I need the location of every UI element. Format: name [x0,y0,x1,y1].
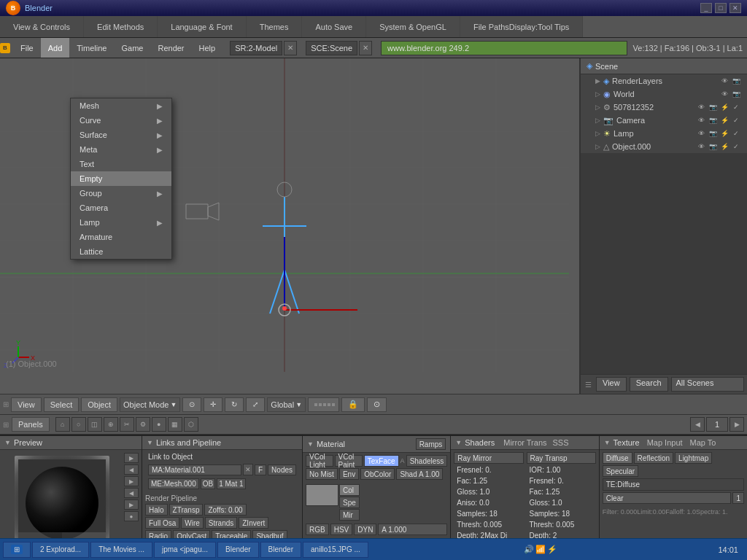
panels-button[interactable]: Panels [12,417,50,432]
dd-item-text[interactable]: Text [71,157,171,171]
taskbar-blender1[interactable]: Blender [217,542,258,558]
viewport-mode-select[interactable]: Object Mode ▼ [120,397,180,412]
vcol-paint-btn[interactable]: VCol Paint [335,455,363,467]
material-x-btn[interactable]: ✕ [243,464,253,475]
next-frame-button[interactable]: ▶ [729,417,744,432]
tex-val-btn[interactable]: 1 [732,492,744,504]
rotate-button[interactable]: ↻ [225,397,244,412]
shada-btn[interactable]: Shad A 1.00 [396,468,443,480]
lamp-render-icon[interactable]: 📷 [708,128,718,139]
panel-icon-9[interactable]: ⬡ [184,417,198,432]
cam-select-icon[interactable]: ✓ [731,115,741,125]
scene-selector[interactable]: SCE:Scene [306,41,357,55]
outliner-view-button[interactable]: View [596,377,627,392]
menu-render[interactable]: Render [150,38,191,58]
dd-item-camera[interactable]: Camera [71,201,171,215]
panel-icon-8[interactable]: ▦ [168,417,182,432]
tab-file-paths[interactable]: File PathsDisplay:Tool Tips [460,16,583,37]
material-name-btn[interactable]: MA:Material.001 [148,464,241,475]
obj-vis-icon[interactable]: 👁 [696,102,706,112]
snap-button[interactable]: ⊙ [182,397,201,412]
preview-btn-2[interactable]: ◀ [124,464,139,475]
dd-item-empty[interactable]: Empty [71,171,171,186]
preview-btn-1[interactable]: ▶ [124,453,139,463]
world-vis-icon[interactable]: 👁 [719,89,729,99]
tab-system-opengl[interactable]: System & OpenGL [366,16,460,37]
spe-btn[interactable]: Spe [339,497,360,508]
texface-btn[interactable]: TexFace [364,455,399,467]
tab-language-font[interactable]: Language & Font [158,16,246,37]
maximize-button[interactable]: □ [715,3,727,13]
ray-transp-btn[interactable]: Ray Transp [527,452,596,464]
outliner-item-object000[interactable]: ▷ △ Object.000 👁 📷 ⚡ ✓ [581,140,747,153]
dd-item-curve[interactable]: Curve ▶ [71,113,171,128]
mesh-name-btn[interactable]: ME:Mesh.000 [148,478,199,489]
dd-item-mesh[interactable]: Mesh ▶ [71,98,171,113]
preview-btn-4[interactable]: ◀ [124,488,139,498]
obcolor-btn[interactable]: ObColor [360,468,395,480]
dd-item-armature[interactable]: Armature [71,230,171,244]
mat-count-btn[interactable]: 1 Mat 1 [217,478,245,489]
proportional-button[interactable]: ⊙ [367,397,387,412]
taskbar-blender2[interactable]: Blender [260,542,301,558]
obj000-select-icon[interactable]: ✓ [731,141,741,152]
zinvert-btn[interactable]: ZInvert [239,517,268,529]
panel-icon-7[interactable]: ● [152,417,166,432]
mode-selector[interactable]: SR:2-Model [230,41,282,55]
rgb-btn[interactable]: RGB [306,524,329,535]
menu-file[interactable]: File [13,38,41,58]
menu-game[interactable]: Game [114,38,150,58]
preview-btn-5[interactable]: ▶ [124,499,139,510]
specular-type-btn[interactable]: Specular [603,465,638,477]
env-btn[interactable]: Env [339,468,359,480]
viewport-object-button[interactable]: Object [81,397,117,412]
viewport-3d[interactable]: X Y Z (1) Object.000 Mesh ▶ Curve ▶ Surf… [0,58,579,394]
panel-icon-6[interactable]: ⚙ [136,417,150,432]
shadeless-btn[interactable]: Shadeless [406,455,448,467]
scale-button[interactable]: ⤢ [246,397,265,412]
clear-btn[interactable]: Clear [603,492,732,504]
ob-btn[interactable]: OB [201,478,215,489]
vcol-light-btn[interactable]: VCol Light [306,455,333,467]
tab-auto-save[interactable]: Auto Save [302,16,366,37]
zoffs-btn[interactable]: Zoffs: 0.00 [204,504,246,516]
render-icon[interactable]: 📷 [731,76,741,86]
panel-icon-3[interactable]: ◫ [88,417,102,432]
ztransp-btn[interactable]: ZTransp [169,504,204,516]
reflection-type-btn[interactable]: Reflection [634,452,673,464]
outliner-item-world[interactable]: ▷ ◉ World 👁 📷 [581,88,747,101]
taskbar-explorer[interactable]: 2 Explorad... [32,542,89,558]
col-swatch[interactable] [306,484,338,506]
lamp-vis-icon[interactable]: 👁 [696,128,706,139]
cam-extra-icon[interactable]: ⚡ [719,115,729,125]
prev-frame-button[interactable]: ◀ [690,417,705,432]
col-btn[interactable]: Col [339,484,360,496]
move-button[interactable]: ✛ [204,397,222,412]
menu-add[interactable]: Add [41,38,70,58]
transform-space-select[interactable]: Global ▼ [267,397,306,412]
wire-btn[interactable]: Wire [181,517,204,529]
outliner-item-lamp[interactable]: ▷ ☀ Lamp 👁 📷 ⚡ ✓ [581,127,747,140]
view-icon-btn[interactable]: ☰ [584,379,593,390]
ray-mirror-btn[interactable]: Ray Mirror [454,452,523,464]
preview-btn-6[interactable]: ● [124,511,139,521]
dd-item-surface[interactable]: Surface ▶ [71,128,171,142]
minimize-button[interactable]: _ [700,3,712,13]
taskbar-anillo[interactable]: anillo15.JPG ... [303,542,368,558]
dd-item-meta[interactable]: Meta ▶ [71,142,171,157]
lock-button[interactable]: 🔒 [341,397,365,412]
tab-edit-methods[interactable]: Edit Methods [84,16,158,37]
a-value-btn[interactable]: A 1.000 [378,524,447,535]
mode-close-button[interactable]: ✕ [284,41,297,55]
halo-btn[interactable]: Halo [145,504,168,516]
visibility-icon[interactable]: 👁 [719,76,729,86]
diffuse-type-btn[interactable]: Diffuse [603,452,632,464]
close-button[interactable]: ✕ [729,3,741,13]
obj-select-icon[interactable]: ✓ [731,102,741,112]
dd-item-lattice[interactable]: Lattice [71,244,171,259]
viewport-view-button[interactable]: View [11,397,42,412]
cam-vis-icon[interactable]: 👁 [696,115,706,125]
panel-icon-5[interactable]: ✂ [120,417,134,432]
dd-item-lamp[interactable]: Lamp ▶ [71,215,171,230]
taskbar-jpma[interactable]: jpma <jpagu... [154,542,216,558]
